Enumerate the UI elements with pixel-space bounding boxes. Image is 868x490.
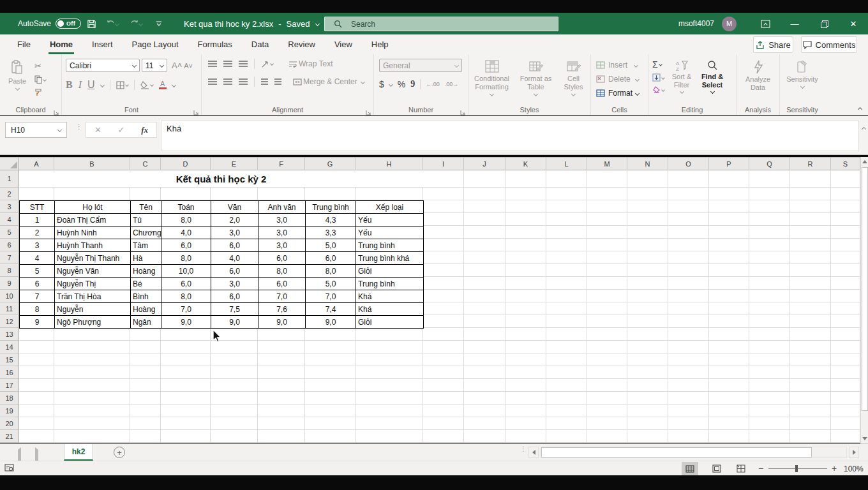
row-header-13[interactable]: 13 — [0, 328, 19, 341]
merge-center-button[interactable]: Merge & Center — [293, 77, 364, 86]
decrease-font-icon[interactable]: A˅ — [184, 62, 193, 70]
cell[interactable] — [546, 264, 587, 277]
cell[interactable]: 3,0 — [258, 214, 306, 226]
cell[interactable] — [627, 200, 668, 213]
cell[interactable] — [831, 188, 860, 200]
cell[interactable] — [161, 405, 211, 417]
cell[interactable] — [505, 200, 546, 213]
horizontal-scrollbar[interactable] — [541, 447, 847, 458]
customize-toolbar-icon[interactable] — [151, 13, 167, 34]
cell[interactable] — [423, 302, 464, 315]
cell[interactable] — [709, 328, 749, 341]
cell[interactable] — [627, 290, 668, 302]
cell[interactable] — [790, 315, 831, 328]
cell[interactable]: 6,0 — [211, 290, 258, 303]
cell[interactable] — [505, 264, 546, 277]
cell[interactable] — [709, 264, 749, 277]
cell[interactable] — [587, 170, 627, 188]
cell[interactable] — [749, 366, 790, 379]
cell[interactable] — [423, 188, 464, 200]
cell[interactable] — [505, 315, 546, 328]
cell[interactable] — [19, 353, 54, 366]
cell[interactable] — [464, 277, 505, 290]
cell[interactable] — [546, 251, 587, 264]
cell[interactable] — [587, 213, 627, 226]
cell[interactable] — [587, 251, 627, 264]
font-dialog-launcher-icon[interactable] — [193, 107, 199, 112]
cell[interactable] — [749, 200, 790, 213]
cell[interactable] — [831, 200, 860, 213]
cell[interactable] — [54, 353, 130, 366]
cell[interactable]: Trung bình — [356, 278, 424, 290]
cell[interactable] — [464, 226, 505, 239]
cell[interactable] — [546, 366, 587, 379]
zoom-slider-thumb[interactable] — [795, 465, 798, 472]
cell[interactable] — [587, 417, 627, 430]
cancel-entry-icon[interactable]: ✕ — [94, 125, 101, 135]
cell[interactable] — [423, 290, 464, 302]
cell[interactable] — [709, 226, 749, 239]
row-header-7[interactable]: 7 — [0, 251, 19, 264]
cell[interactable] — [668, 188, 709, 200]
cell[interactable] — [668, 366, 709, 379]
cell[interactable] — [546, 341, 587, 353]
cell[interactable] — [19, 417, 54, 430]
cell[interactable]: Hoàng — [131, 303, 161, 316]
close-button[interactable]: ✕ — [839, 13, 868, 34]
cell[interactable] — [355, 392, 423, 405]
previous-sheet-icon[interactable] — [18, 450, 21, 461]
borders-icon[interactable] — [116, 81, 128, 89]
cell[interactable] — [831, 213, 860, 226]
cell[interactable] — [505, 353, 546, 366]
cut-icon[interactable]: ✂ — [34, 61, 46, 71]
cell[interactable] — [749, 392, 790, 405]
cell[interactable] — [130, 188, 161, 200]
cell[interactable] — [464, 341, 505, 353]
cell[interactable] — [19, 341, 54, 353]
format-painter-icon[interactable] — [34, 88, 46, 96]
orientation-icon[interactable] — [261, 60, 273, 68]
column-header-L[interactable]: L — [546, 158, 587, 170]
cell[interactable] — [464, 200, 505, 213]
cell[interactable] — [627, 226, 668, 239]
cell[interactable] — [709, 379, 749, 392]
decrease-decimal-icon[interactable]: .00→ — [445, 81, 459, 87]
cell[interactable] — [161, 341, 211, 353]
cell[interactable] — [130, 392, 161, 405]
cell[interactable] — [211, 405, 258, 417]
accessibility-status-icon[interactable] — [4, 464, 15, 475]
cell[interactable] — [355, 430, 423, 443]
cell[interactable]: 9,0 — [258, 316, 306, 329]
cell[interactable] — [587, 315, 627, 328]
cell[interactable] — [709, 315, 749, 328]
cell[interactable] — [505, 251, 546, 264]
cell[interactable] — [505, 366, 546, 379]
cell[interactable] — [464, 417, 505, 430]
cell[interactable] — [546, 200, 587, 213]
cell[interactable] — [587, 366, 627, 379]
ribbon-tab-formulas[interactable]: Formulas — [188, 34, 242, 54]
zoom-in-icon[interactable]: + — [832, 463, 837, 473]
cell[interactable] — [709, 341, 749, 353]
cell[interactable]: 3,0 — [258, 239, 306, 252]
cell[interactable] — [668, 200, 709, 213]
cell[interactable] — [258, 341, 305, 353]
cell[interactable]: 6,0 — [161, 278, 211, 290]
cell[interactable]: 3,3 — [306, 226, 356, 239]
cell[interactable] — [464, 430, 505, 443]
scroll-up-icon[interactable] — [861, 157, 868, 167]
cell[interactable] — [627, 264, 668, 277]
cell[interactable] — [305, 328, 355, 341]
cell[interactable] — [258, 188, 305, 200]
cell[interactable] — [54, 188, 130, 200]
cell[interactable]: 3,0 — [258, 226, 306, 239]
cell[interactable] — [505, 405, 546, 417]
align-top-icon[interactable] — [208, 61, 217, 67]
percent-icon[interactable]: % — [398, 79, 405, 89]
cell[interactable]: 6,0 — [258, 252, 306, 265]
zoom-slider[interactable] — [768, 468, 827, 469]
cell[interactable] — [790, 328, 831, 341]
cell[interactable] — [790, 226, 831, 239]
cell[interactable]: Nguyễn Thị Thanh — [55, 252, 131, 265]
cell[interactable] — [668, 277, 709, 290]
